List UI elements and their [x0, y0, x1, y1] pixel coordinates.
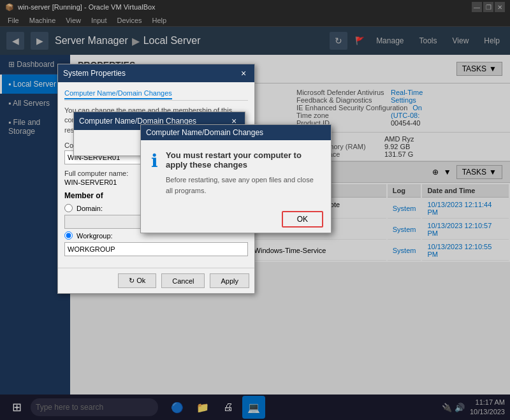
sysprop-ok-label: Ok [136, 277, 145, 284]
spinning-indicator: ↻ [129, 277, 135, 285]
restart-dialog-footer: OK [141, 206, 331, 233]
sysprop-close-button[interactable]: × [238, 68, 249, 79]
restart-title-text: Computer Name/Domain Changes [146, 128, 263, 137]
workgroup-radio-label: Workgroup: [76, 232, 113, 240]
sysprop-ok-button[interactable]: ↻ Ok [118, 273, 156, 288]
restart-text-group: You must restart your computer to apply … [166, 150, 321, 196]
restart-info-icon: ℹ [151, 150, 158, 196]
sysprop-tabs: Computer Name/Domain Changes [64, 89, 248, 101]
sysprop-footer: ↻ Ok Cancel Apply [58, 268, 254, 293]
domain-radio-label: Domain: [76, 205, 103, 212]
sysprop-apply-button[interactable]: Apply [210, 273, 249, 288]
dialog-restart: Computer Name/Domain Changes ℹ You must … [140, 124, 332, 233]
restart-ok-button[interactable]: OK [282, 211, 323, 228]
restart-dialog-body: ℹ You must restart your computer to appl… [141, 140, 331, 206]
sysprop-tab-computer-name[interactable]: Computer Name/Domain Changes [64, 89, 172, 99]
restart-heading: You must restart your computer to apply … [166, 150, 321, 170]
sysprop-title-text: System Properties [63, 69, 126, 78]
sysprop-title-bar: System Properties × [58, 64, 254, 82]
restart-body-text: Before restarting, save any open files a… [166, 175, 321, 196]
restart-dialog-title-bar: Computer Name/Domain Changes [141, 125, 331, 140]
workgroup-radio[interactable] [64, 231, 73, 240]
workgroup-input[interactable] [64, 242, 248, 256]
sysprop-cancel-button[interactable]: Cancel [161, 273, 205, 288]
domain-radio[interactable] [64, 204, 73, 212]
